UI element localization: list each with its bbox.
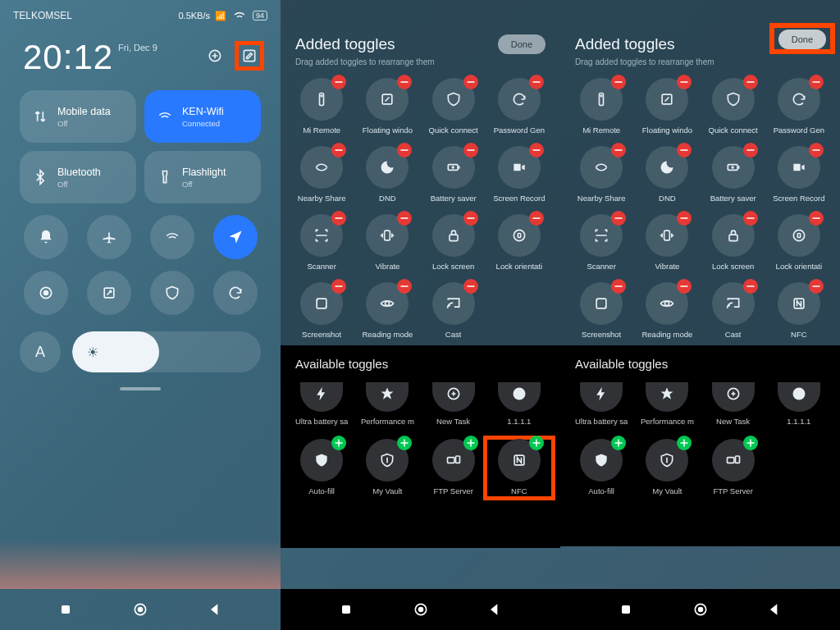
remove-badge[interactable] bbox=[611, 143, 626, 158]
remove-badge[interactable] bbox=[529, 75, 544, 89]
remove-badge[interactable] bbox=[743, 279, 758, 294]
nav-recent[interactable] bbox=[337, 600, 355, 619]
add-badge[interactable] bbox=[743, 436, 758, 450]
remove-badge[interactable] bbox=[743, 143, 758, 158]
auto-brightness[interactable]: A bbox=[20, 331, 61, 372]
toggle-lock-screen[interactable]: Lock screen bbox=[701, 214, 766, 271]
remove-badge[interactable] bbox=[463, 75, 478, 89]
remove-badge[interactable] bbox=[463, 143, 478, 158]
toggle-hotspot[interactable] bbox=[150, 215, 194, 259]
toggle-one-one-one-one[interactable]: 1.1.1.1 bbox=[486, 382, 552, 426]
remove-badge[interactable] bbox=[529, 143, 544, 158]
remove-badge[interactable] bbox=[677, 143, 692, 158]
toggle-quick-connect[interactable]: Quick connect bbox=[421, 78, 486, 135]
toggle-screenshot[interactable]: Screenshot bbox=[568, 282, 634, 339]
nav-back[interactable] bbox=[486, 600, 504, 619]
add-badge[interactable] bbox=[677, 436, 692, 450]
toggle-mi-remote[interactable]: Mi Remote bbox=[568, 78, 634, 135]
toggle-performance[interactable]: Performance m bbox=[354, 382, 420, 426]
tile-mobile-data[interactable]: Mobile dataOff bbox=[20, 90, 136, 143]
toggle-dnd[interactable]: DND bbox=[354, 146, 420, 203]
add-badge[interactable] bbox=[397, 436, 412, 450]
nav-home[interactable] bbox=[131, 600, 149, 619]
done-button[interactable]: Done bbox=[778, 30, 826, 49]
remove-badge[interactable] bbox=[331, 211, 346, 226]
remove-badge[interactable] bbox=[397, 211, 412, 226]
toggle-lock-orientation[interactable]: Lock orientati bbox=[766, 214, 832, 271]
remove-badge[interactable] bbox=[611, 75, 626, 89]
toggle-auto-fill[interactable]: Auto-fill bbox=[568, 439, 634, 495]
toggle-ftp-server[interactable]: FTP Server bbox=[421, 439, 486, 497]
remove-badge[interactable] bbox=[331, 75, 346, 89]
remove-badge[interactable] bbox=[809, 279, 824, 294]
toggle-mi-remote[interactable]: Mi Remote bbox=[289, 78, 354, 135]
remove-badge[interactable] bbox=[397, 279, 412, 294]
remove-badge[interactable] bbox=[677, 211, 692, 226]
remove-badge[interactable] bbox=[611, 279, 626, 294]
remove-badge[interactable] bbox=[331, 143, 346, 158]
remove-badge[interactable] bbox=[611, 211, 626, 226]
toggle-screenshot[interactable]: Screenshot bbox=[289, 282, 354, 339]
drag-handle[interactable] bbox=[120, 387, 161, 390]
toggle-location[interactable] bbox=[213, 215, 258, 259]
brightness-slider[interactable]: ☀ bbox=[72, 331, 261, 372]
remove-badge[interactable] bbox=[743, 211, 758, 226]
toggle-auto-fill[interactable]: Auto-fill bbox=[289, 439, 354, 497]
add-badge[interactable] bbox=[463, 436, 478, 450]
toggle-new-task[interactable]: New Task bbox=[701, 382, 766, 426]
toggle-record[interactable] bbox=[24, 271, 68, 315]
remove-badge[interactable] bbox=[809, 75, 824, 89]
remove-badge[interactable] bbox=[809, 211, 824, 226]
remove-badge[interactable] bbox=[809, 143, 824, 158]
toggle-performance[interactable]: Performance m bbox=[634, 382, 700, 426]
edit-toggles-icon[interactable] bbox=[235, 41, 264, 71]
toggle-my-vault[interactable]: My Vault bbox=[634, 439, 700, 495]
nav-recent[interactable] bbox=[57, 600, 75, 619]
tile-wifi[interactable]: KEN-WifiConnected bbox=[144, 90, 261, 143]
toggle-nearby-share[interactable]: Nearby Share bbox=[568, 146, 634, 203]
nav-home[interactable] bbox=[412, 600, 430, 619]
toggle-floating[interactable] bbox=[87, 271, 131, 315]
toggle-battery-saver[interactable]: Battery saver bbox=[701, 146, 766, 203]
toggle-password-gen[interactable]: Password Gen bbox=[486, 78, 552, 135]
toggle-reading-mode[interactable]: Reading mode bbox=[354, 282, 420, 339]
nav-back[interactable] bbox=[765, 600, 783, 619]
toggle-screen-record[interactable]: Screen Record bbox=[486, 146, 552, 203]
toggle-reading-mode[interactable]: Reading mode bbox=[634, 282, 700, 339]
toggle-dnd[interactable]: DND bbox=[634, 146, 700, 203]
remove-badge[interactable] bbox=[677, 279, 692, 294]
toggle-floating-window[interactable]: Floating windo bbox=[634, 78, 700, 135]
remove-badge[interactable] bbox=[743, 75, 758, 89]
toggle-ultra-battery[interactable]: Ultra battery sa bbox=[289, 382, 354, 426]
toggle-battery-saver[interactable]: Battery saver bbox=[421, 146, 486, 203]
toggle-cast[interactable]: Cast bbox=[701, 282, 766, 339]
toggle-cast[interactable]: Cast bbox=[421, 282, 486, 339]
remove-badge[interactable] bbox=[677, 75, 692, 89]
toggle-lock-orientation[interactable]: Lock orientati bbox=[486, 214, 552, 271]
toggle-nearby-share[interactable]: Nearby Share bbox=[289, 146, 354, 203]
nav-back[interactable] bbox=[206, 600, 224, 619]
tile-bluetooth[interactable]: BluetoothOff bbox=[20, 151, 136, 203]
toggle-ftp-server[interactable]: FTP Server bbox=[701, 439, 766, 495]
toggle-new-task[interactable]: New Task bbox=[421, 382, 486, 426]
toggle-my-vault[interactable]: My Vault bbox=[354, 439, 420, 497]
toggle-scanner[interactable]: Scanner bbox=[289, 214, 354, 271]
remove-badge[interactable] bbox=[463, 279, 478, 294]
toggle-scanner[interactable]: Scanner bbox=[568, 214, 634, 271]
toggle-ultra-battery[interactable]: Ultra battery sa bbox=[568, 382, 634, 426]
toggle-one-one-one-one[interactable]: 1.1.1.1 bbox=[766, 382, 832, 426]
toggle-floating-window[interactable]: Floating windo bbox=[354, 78, 420, 135]
toggle-airplane[interactable] bbox=[87, 215, 131, 259]
add-badge[interactable] bbox=[529, 436, 544, 450]
remove-badge[interactable] bbox=[529, 211, 544, 226]
nav-home[interactable] bbox=[692, 600, 710, 619]
remove-badge[interactable] bbox=[463, 211, 478, 226]
toggle-bell[interactable] bbox=[24, 215, 68, 259]
toggle-vibrate[interactable]: Vibrate bbox=[634, 214, 700, 271]
toggle-vibrate[interactable]: Vibrate bbox=[354, 214, 420, 271]
add-badge[interactable] bbox=[331, 436, 346, 450]
done-button[interactable]: Done bbox=[498, 34, 546, 54]
remove-badge[interactable] bbox=[331, 279, 346, 294]
toggle-screen-record[interactable]: Screen Record bbox=[766, 146, 832, 203]
toggle-lock-screen[interactable]: Lock screen bbox=[421, 214, 486, 271]
